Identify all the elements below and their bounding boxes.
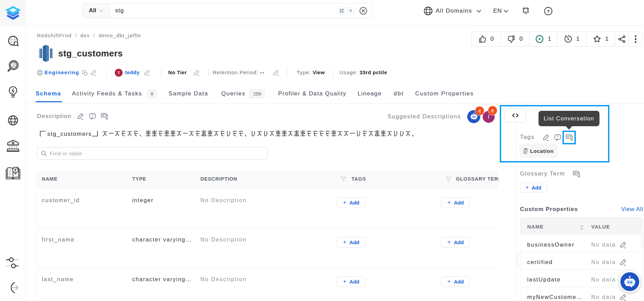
svg-text:?: ? — [91, 114, 94, 118]
svg-text:stg_customers: stg_customers — [47, 131, 92, 137]
svg-text:?: ? — [547, 9, 549, 14]
